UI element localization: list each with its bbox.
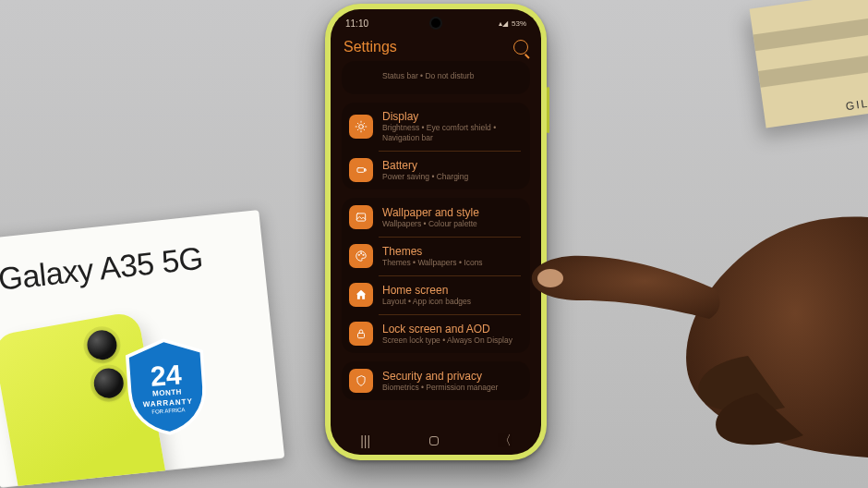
settings-item-display[interactable]: Display Brightness • Eye comfort shield … (342, 103, 530, 151)
svg-rect-3 (356, 214, 365, 221)
search-icon[interactable] (513, 40, 528, 55)
settings-item-subtitle: Power saving • Charging (382, 172, 521, 182)
settings-item-subtitle: Wallpapers • Colour palette (382, 219, 521, 229)
front-camera (431, 18, 440, 28)
svg-point-5 (360, 253, 361, 254)
settings-item-title: Battery (382, 159, 521, 172)
settings-list[interactable]: Notifications Status bar • Do not distur… (331, 61, 541, 400)
settings-item-title: Wallpaper and style (382, 206, 521, 219)
settings-item-wallpaper[interactable]: Wallpaper and style Wallpapers • Colour … (342, 198, 530, 237)
settings-item-home[interactable]: Home screen Layout • App icon badges (342, 275, 530, 314)
svg-point-0 (359, 125, 364, 129)
settings-group: Notifications Status bar • Do not distur… (342, 61, 530, 94)
wooden-crate: GILE (750, 0, 868, 128)
recents-button[interactable]: ||| (360, 433, 370, 448)
crate-label: GILE (845, 95, 868, 113)
svg-rect-7 (358, 333, 365, 337)
settings-item-battery[interactable]: Battery Power saving • Charging (342, 151, 530, 189)
settings-group: Display Brightness • Eye comfort shield … (342, 103, 530, 189)
settings-item-themes[interactable]: Themes Themes • Wallpapers • Icons (342, 237, 530, 275)
svg-point-6 (363, 254, 364, 255)
home-button[interactable] (429, 436, 439, 445)
phone-device: 11:10 ▴◢ 53% Settings Notifications Stat… (325, 4, 547, 460)
settings-item-title: Themes (382, 245, 521, 258)
battery-text: 53% (512, 19, 526, 28)
product-name: Galaxy A35 5G (0, 236, 247, 298)
screen: 11:10 ▴◢ 53% Settings Notifications Stat… (331, 9, 541, 455)
settings-item-subtitle: Screen lock type • Always On Display (382, 336, 521, 346)
home-icon (349, 283, 373, 307)
settings-item-subtitle: Layout • App icon badges (382, 297, 521, 307)
settings-group: Wallpaper and style Wallpapers • Colour … (342, 198, 530, 353)
svg-rect-2 (365, 169, 366, 171)
settings-item-title: Display (382, 110, 521, 123)
settings-group: Security and privacy Biometrics • Permis… (342, 361, 530, 400)
settings-item-notifications[interactable]: Notifications Status bar • Do not distur… (342, 61, 530, 94)
settings-item-security[interactable]: Security and privacy Biometrics • Permis… (342, 361, 530, 400)
warranty-badge: 24 MONTH WARRANTY FOR AFRICA (121, 334, 212, 439)
svg-rect-1 (357, 168, 365, 173)
side-button (547, 87, 549, 133)
shield-icon (349, 369, 373, 393)
back-button[interactable]: 〈 (499, 433, 512, 449)
settings-item-title: Home screen (382, 284, 521, 297)
battery-icon (349, 158, 373, 182)
app-header: Settings (331, 30, 541, 61)
settings-item-subtitle: Status bar • Do not disturb (382, 71, 521, 81)
product-box: Galaxy A35 5G 24 MONTH WARRANTY FOR AFRI… (0, 210, 284, 488)
settings-item-title: Lock screen and AOD (382, 323, 521, 336)
clock-text: 11:10 (345, 18, 368, 29)
svg-point-4 (358, 254, 359, 255)
navigation-bar: ||| 〈 (331, 427, 541, 455)
palette-icon (349, 244, 373, 268)
settings-item-subtitle: Brightness • Eye comfort shield • Naviga… (382, 123, 521, 143)
page-title: Settings (344, 39, 397, 55)
settings-item-subtitle: Biometrics • Permission manager (382, 383, 521, 393)
image-icon (349, 205, 373, 229)
settings-item-title: Security and privacy (382, 370, 521, 383)
signal-icon: ▴◢ (499, 19, 508, 28)
sun-icon (349, 115, 373, 139)
lock-icon (349, 322, 373, 346)
settings-item-lock[interactable]: Lock screen and AOD Screen lock type • A… (342, 314, 530, 353)
settings-item-subtitle: Themes • Wallpapers • Icons (382, 258, 521, 268)
